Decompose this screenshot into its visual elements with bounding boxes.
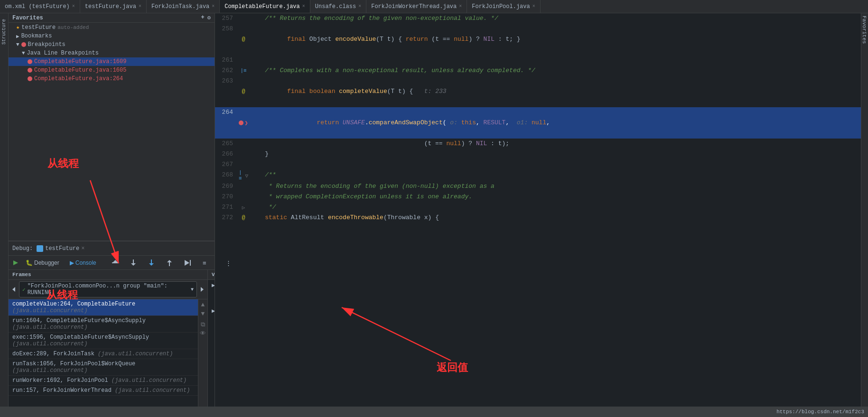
tab-close-icon[interactable]: × (532, 4, 535, 9)
scroll-up-btn[interactable]: ▲ (201, 301, 205, 308)
tab-forkjoinpool-java[interactable]: ForkJoinPool.java × (467, 0, 540, 13)
line-content[interactable]: (t == null) ? NIL : t); (248, 139, 861, 149)
svg-text:≡: ≡ (203, 259, 206, 267)
step-over-btn[interactable] (108, 258, 123, 268)
line-gutter: @ (239, 213, 248, 223)
execution-marker: ❯ (244, 120, 248, 127)
line-content[interactable]: * wrapped CompletionException unless it … (248, 192, 861, 202)
line-content[interactable] (248, 55, 861, 65)
frame-item-3[interactable]: doExec:289, ForkJoinTask (java.util.conc… (9, 349, 198, 359)
bookmark-marker: |≡ (239, 170, 244, 181)
line-content[interactable]: /** Completes with a non-exceptional res… (248, 65, 861, 76)
tab-close-icon[interactable]: × (72, 4, 75, 9)
frame-item-2[interactable]: exec:1596, CompletableFuture$AsyncSupply… (9, 333, 198, 349)
tab-close-icon[interactable]: × (358, 4, 361, 9)
run-to-cursor-btn[interactable] (180, 258, 195, 268)
tab-close-icon[interactable]: × (139, 4, 141, 9)
code-line-265: 265 (t == null) ? NIL : t); (215, 139, 861, 149)
tab-close-icon[interactable]: × (302, 4, 305, 9)
tree-item-bp-1609[interactable]: CompletableFuture.java:1609 (9, 57, 215, 66)
tab-forkjoinworkerthread-java[interactable]: ForkJoinWorkerThread.java × (366, 0, 467, 13)
line-content[interactable]: /** Returns the encoding of the given no… (248, 13, 861, 24)
line-number: 264 (215, 107, 239, 139)
frame-item-5[interactable]: runWorker:1692, ForkJoinPool (java.util.… (9, 376, 198, 386)
tab-label: om.xml (testFuture) (5, 3, 70, 10)
tab-label: Unsafe.class (315, 3, 356, 10)
resume-button[interactable] (12, 259, 19, 266)
breakpoint-icon (28, 68, 32, 73)
next-thread-btn[interactable] (199, 286, 205, 293)
breakpoint-marker[interactable] (239, 120, 243, 125)
debug-label: Debug: (12, 245, 33, 252)
main-area: Structure Favorites + ⚙ ★ testFuture aut… (0, 13, 868, 407)
arrow-icon: ▶ (16, 33, 19, 39)
structure-sidebar-label[interactable]: Structure (1, 19, 7, 45)
tab-forkjointask-java[interactable]: ForkJoinTask.java × (147, 0, 220, 13)
line-content[interactable]: } (248, 149, 861, 159)
frame-item-1[interactable]: run:1604, CompletableFuture$AsyncSupply … (9, 316, 198, 333)
debugger-tab-btn[interactable]: 🐛 Debugger (22, 259, 63, 267)
tab-completablefuture-java[interactable]: CompletableFuture.java × (220, 0, 310, 13)
step-out-btn[interactable] (162, 258, 177, 268)
expand-icon[interactable]: ▶ (212, 282, 215, 289)
favorites-section[interactable]: Favorites + ⚙ (9, 13, 215, 23)
line-content[interactable] (248, 159, 861, 170)
tab-close-icon[interactable]: × (459, 4, 462, 9)
tab-unsafe-class[interactable]: Unsafe.class × (310, 0, 366, 13)
line-content[interactable]: static AltResult encodeThrowable(Throwab… (248, 213, 861, 223)
settings-icon[interactable]: ⚙ (207, 14, 211, 21)
frame-item-4[interactable]: runTask:1056, ForkJoinPool$WorkQueue (ja… (9, 359, 198, 376)
session-icon (37, 245, 43, 252)
tree-item-bookmarks[interactable]: ▶ Bookmarks (9, 32, 215, 40)
svg-marker-4 (131, 263, 136, 266)
console-tab-btn[interactable]: ▶ Console (66, 259, 100, 267)
var-item-t[interactable]: ▶ t = {Integer@662} 233 (208, 306, 215, 316)
bookmarks-label: Bookmarks (21, 33, 52, 39)
frame-item-6[interactable]: run:157, ForkJoinWorkerThread (java.util… (9, 386, 198, 396)
tab-testfuture-java[interactable]: testFuture.java × (80, 0, 147, 13)
line-number: 269 (215, 181, 239, 192)
add-icon[interactable]: + (201, 14, 205, 21)
arrow-icon: ▼ (22, 50, 25, 56)
fold-marker: ▽ (245, 173, 248, 179)
code-scroll-area[interactable]: 257 /** Returns the encoding of the give… (215, 13, 861, 407)
scroll-down-btn[interactable]: ▼ (201, 310, 205, 317)
favorites-label[interactable]: Favorites (861, 13, 868, 46)
svg-rect-1 (112, 262, 119, 263)
java-breakpoints-label: Java Line Breakpoints (27, 50, 99, 56)
line-content[interactable]: * Returns the encoding of the given (non… (248, 181, 861, 192)
eye-btn[interactable]: 👁 (200, 330, 206, 337)
force-step-into-btn[interactable] (144, 258, 159, 268)
code-line-264: 264 ❯ return UNSAFE.compareAndSwapObject… (215, 107, 861, 139)
tree-item-breakpoints[interactable]: ▼ Breakpoints (9, 40, 215, 49)
debug-session[interactable]: testFuture × (37, 245, 84, 252)
evaluate-btn[interactable]: ≡ (198, 258, 213, 268)
tree-item-bp-264[interactable]: CompletableFuture.java:264 (9, 74, 215, 83)
tree-item-java-breakpoints[interactable]: ▼ Java Line Breakpoints (9, 49, 215, 57)
expand-icon[interactable]: ▶ (212, 307, 215, 315)
line-content[interactable]: final Object encodeValue(T t) { return (… (248, 24, 861, 55)
line-content[interactable]: /** (248, 170, 861, 181)
var-item-this[interactable]: ▶ this = {CompletableFuture@660} "java.u… (208, 280, 215, 296)
thread-selector-row: ✓ "ForkJoinPool.commonPoo...n group "mai… (9, 280, 207, 299)
copy-btn[interactable]: ⧉ (201, 321, 205, 328)
prev-thread-btn[interactable] (10, 286, 17, 293)
tab-om-xml[interactable]: om.xml (testFuture) × (0, 0, 80, 13)
status-bar: https://blog.csdn.net/m1f2c3 (0, 407, 868, 417)
line-number: 262 (215, 65, 239, 76)
tree-item-testfuture[interactable]: ★ testFuture auto-added (9, 23, 215, 32)
line-gutter (239, 159, 248, 170)
line-content[interactable]: final boolean completeValue(T t) { t: 23… (248, 76, 861, 107)
tab-label: CompletableFuture.java (224, 3, 299, 10)
tab-close-icon[interactable]: × (212, 4, 215, 9)
frame-item-0[interactable]: completeValue:264, CompletableFuture (ja… (9, 299, 198, 316)
step-into-btn[interactable] (126, 258, 141, 268)
line-content[interactable]: */ (248, 202, 861, 213)
line-number: 268 (215, 170, 239, 181)
code-line-261: 261 (215, 55, 861, 65)
code-line-272: 272 @ static AltResult encodeThrowable(T… (215, 213, 861, 223)
line-content[interactable]: return UNSAFE.compareAndSwapObject( o: t… (248, 107, 861, 139)
tree-item-bp-1605[interactable]: CompletableFuture.java:1605 (9, 66, 215, 74)
session-close-icon[interactable]: × (81, 245, 84, 252)
thread-selector[interactable]: ✓ "ForkJoinPool.commonPoo...n group "mai… (19, 281, 197, 297)
